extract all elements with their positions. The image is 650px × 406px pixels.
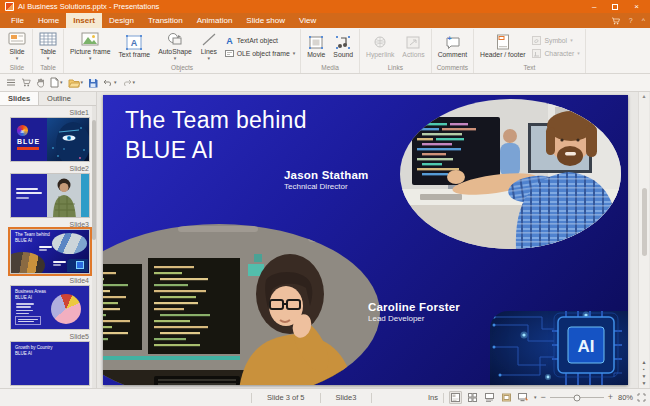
- chevron-down-icon: ▾: [81, 80, 84, 85]
- ribbon: Slide ▾ Slide Table ▾ Table Picture fram: [0, 28, 650, 74]
- ribbon-group-label: Comments: [435, 65, 470, 74]
- picture-frame-button[interactable]: Picture frame ▾: [67, 31, 113, 62]
- hand-tool-icon[interactable]: [36, 78, 45, 88]
- movie-icon: [307, 35, 325, 50]
- canvas-scrollbar[interactable]: ▲ ▲ ▪ ▼ ▼: [638, 92, 649, 388]
- chip-label: AI: [578, 337, 595, 356]
- header-footer-icon: [496, 34, 510, 50]
- table-button[interactable]: Table ▾: [36, 31, 60, 62]
- text-placeholder: [16, 188, 42, 201]
- tab-insert[interactable]: Insert: [66, 13, 102, 28]
- slide-sorter-view-button[interactable]: [466, 391, 479, 404]
- slide-position: Slide 3 of 5: [253, 393, 319, 402]
- slide5-thumbnail[interactable]: Growth by CountryBLUE AI: [10, 341, 90, 386]
- callout-box-placeholder: [15, 316, 41, 325]
- chevron-down-icon: ▾: [577, 51, 580, 56]
- panel-scrollbar[interactable]: [92, 106, 96, 388]
- character-icon: [532, 49, 541, 58]
- window-title: AI Business Solutions.pptx - Presentatio…: [18, 2, 159, 11]
- tab-slideshow[interactable]: Slide show: [239, 13, 292, 28]
- previous-slide-button[interactable]: ▲: [642, 360, 647, 365]
- redo-button[interactable]: ▾: [122, 78, 136, 87]
- person1-caption[interactable]: Jason Statham Technical Director: [284, 169, 368, 191]
- chevron-down-icon: ▾: [174, 56, 177, 61]
- tab-file[interactable]: File: [4, 13, 31, 28]
- tab-outline[interactable]: Outline: [39, 92, 79, 105]
- ai-chip-image[interactable]: AI: [490, 311, 628, 385]
- scrollbar-thumb[interactable]: [642, 188, 647, 256]
- zoom-out-button[interactable]: −: [540, 393, 545, 402]
- person2-caption[interactable]: Caroline Forster Lead Developer: [368, 301, 460, 323]
- photo-caroline-forster[interactable]: [103, 224, 380, 385]
- tab-transition[interactable]: Transition: [141, 13, 190, 28]
- ribbon-group-text: Header / footer Symbol ▾ Character ▾ Tex…: [474, 29, 586, 73]
- minimize-button[interactable]: –: [592, 2, 596, 11]
- lines-icon: [200, 32, 218, 47]
- ai-chip-graphic: AI: [490, 311, 628, 385]
- zoom-in-button[interactable]: +: [608, 393, 613, 402]
- zoom-slider-knob[interactable]: [573, 394, 580, 401]
- slide3-thumbnail[interactable]: The Team behindBLUE AI: [10, 229, 90, 274]
- lines-button[interactable]: Lines ▾: [197, 31, 221, 62]
- open-folder-button[interactable]: ▾: [68, 78, 84, 88]
- maximize-button[interactable]: [612, 4, 618, 10]
- new-document-button[interactable]: ▾: [50, 77, 63, 88]
- ribbon-group-objects: Picture frame ▾ A Text frame AutoShape ▾…: [64, 29, 301, 73]
- ribbon-group-label: Media: [304, 65, 356, 74]
- header-footer-button[interactable]: Header / footer: [477, 33, 528, 60]
- chevron-down-icon: ▾: [570, 38, 573, 43]
- presenter-view-button[interactable]: [517, 391, 530, 404]
- help-icon[interactable]: ?: [629, 17, 633, 24]
- scroll-up-icon[interactable]: ▲: [642, 93, 647, 100]
- notes-view-button[interactable]: [483, 391, 496, 404]
- insert-mode-indicator[interactable]: Ins: [428, 393, 438, 402]
- reading-view-button[interactable]: [500, 391, 513, 404]
- tab-view[interactable]: View: [292, 13, 323, 28]
- slide3-label: Slide3: [0, 218, 96, 229]
- autoshape-button[interactable]: AutoShape ▾: [155, 31, 195, 62]
- tab-slides[interactable]: Slides: [0, 92, 39, 105]
- chevron-down-icon: ▾: [60, 80, 63, 85]
- menu-icon[interactable]: [6, 78, 16, 87]
- tab-design[interactable]: Design: [102, 13, 141, 28]
- cart-icon[interactable]: [611, 17, 620, 25]
- ole-object-frame-button[interactable]: OLE object frame ▾: [225, 49, 295, 58]
- slide-button[interactable]: Slide ▾: [5, 31, 29, 62]
- close-button[interactable]: ×: [634, 2, 639, 11]
- undo-button[interactable]: ▾: [103, 78, 117, 87]
- slide1-thumbnail[interactable]: ai BLUE: [10, 117, 90, 162]
- slide4-thumbnail[interactable]: Business AreasBLUE AI: [10, 285, 90, 330]
- slide2-thumbnail[interactable]: [10, 173, 90, 218]
- thumb-title: Business AreasBLUE AI: [15, 289, 46, 300]
- textart-object-button[interactable]: A TextArt object: [225, 36, 295, 45]
- photo-jason-statham[interactable]: [400, 99, 621, 249]
- zoom-level[interactable]: 80%: [617, 393, 633, 402]
- save-button[interactable]: [88, 78, 98, 88]
- comment-button[interactable]: + Comment: [435, 34, 470, 60]
- next-slide-button[interactable]: ▼: [642, 374, 647, 379]
- text-frame-button[interactable]: A Text frame: [115, 34, 153, 60]
- ribbon-group-media: Movie Sound Media: [301, 29, 360, 73]
- symbol-icon: [532, 36, 541, 45]
- fit-slide-button[interactable]: [637, 393, 646, 402]
- brand-text: BLUE: [17, 138, 40, 145]
- chevron-down-icon: ▾: [114, 80, 117, 85]
- pie-chart-graphic: [51, 294, 81, 324]
- tab-home[interactable]: Home: [31, 13, 66, 28]
- zoom-slider[interactable]: [550, 397, 604, 399]
- sound-button[interactable]: Sound: [330, 34, 356, 60]
- picture-icon: [81, 32, 99, 47]
- man-at-desk-graphic: [400, 99, 621, 249]
- chevron-down-icon: ▾: [47, 56, 50, 61]
- movie-button[interactable]: Movie: [304, 34, 328, 60]
- cyber-face-graphic: [45, 118, 89, 162]
- normal-view-button[interactable]: [449, 391, 462, 404]
- collapse-ribbon-icon[interactable]: ^: [642, 17, 645, 24]
- slide-nav-icon[interactable]: ▪: [643, 367, 645, 372]
- scroll-down-icon[interactable]: ▼: [642, 381, 647, 386]
- current-slide[interactable]: The Team behindBLUE AI: [103, 95, 628, 385]
- cart-icon[interactable]: [21, 78, 31, 87]
- tab-animation[interactable]: Animation: [190, 13, 240, 28]
- chevron-down-icon[interactable]: ▾: [534, 395, 537, 400]
- slide-title[interactable]: The Team behindBLUE AI: [125, 106, 307, 166]
